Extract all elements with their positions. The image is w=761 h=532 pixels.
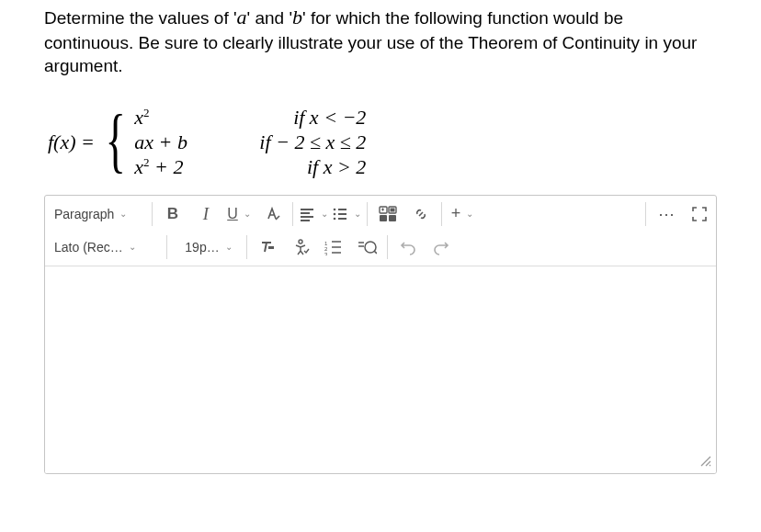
- redo-button[interactable]: [425, 232, 458, 262]
- font-family-select[interactable]: Lato (Rec… ⌄: [45, 232, 163, 262]
- accessibility-check-button[interactable]: [284, 232, 317, 262]
- divider: [387, 235, 388, 259]
- chevron-down-icon: ⌄: [129, 242, 136, 252]
- resize-handle-icon[interactable]: [699, 455, 712, 471]
- svg-point-1: [334, 213, 336, 216]
- chevron-down-icon: ⌄: [244, 209, 251, 219]
- divider: [166, 235, 167, 259]
- svg-point-0: [334, 209, 336, 211]
- list-button[interactable]: ⌄: [330, 199, 363, 229]
- cases: x2 if x < −2 ax + b if − 2 ≤ x ≤ 2 x2 + …: [134, 106, 366, 180]
- rich-text-editor: Paragraph ⌄ B I U ⌄ ⌄: [44, 195, 717, 474]
- chevron-down-icon: ⌄: [466, 209, 473, 219]
- underline-button[interactable]: U ⌄: [222, 199, 256, 229]
- undo-button[interactable]: [392, 232, 425, 262]
- q-pre: Determine the values of ': [44, 8, 237, 28]
- font-color-button[interactable]: [256, 199, 289, 229]
- chevron-down-icon: ⌄: [354, 209, 361, 219]
- expand-button[interactable]: [683, 199, 716, 229]
- block-style-label: Paragraph: [54, 207, 114, 221]
- editor-content[interactable]: [45, 266, 716, 473]
- q-b: b: [292, 6, 302, 28]
- case-row: x2 + 2 if x > 2: [134, 155, 366, 180]
- divider: [645, 202, 646, 226]
- divider: [246, 235, 247, 259]
- font-family-label: Lato (Rec…: [54, 240, 123, 255]
- italic-button[interactable]: I: [189, 199, 222, 229]
- divider: [441, 202, 442, 226]
- editor-toolbar: Paragraph ⌄ B I U ⌄ ⌄: [45, 196, 716, 266]
- case-expr: x2 + 2: [134, 155, 219, 179]
- divider: [367, 202, 368, 226]
- equation-lhs: f(x) =: [48, 130, 95, 154]
- q-a: a: [237, 6, 247, 28]
- divider: [152, 202, 153, 226]
- svg-text:3: 3: [324, 252, 328, 255]
- case-expr: x2: [134, 106, 219, 130]
- insert-button[interactable]: + ⌄: [446, 199, 479, 229]
- case-cond: if x < −2: [219, 106, 366, 130]
- case-expr: ax + b: [134, 130, 219, 154]
- chevron-down-icon: ⌄: [225, 242, 233, 252]
- equation-block: f(x) = { x2 if x < −2 ax + b if − 2 ≤ x …: [48, 106, 717, 180]
- svg-rect-7: [389, 215, 396, 221]
- case-cond: if − 2 ≤ x ≤ 2: [219, 130, 366, 154]
- svg-rect-5: [391, 208, 395, 211]
- case-cond: if x > 2: [219, 155, 366, 179]
- line-spacing-button[interactable]: 123: [317, 232, 350, 262]
- svg-point-2: [334, 218, 336, 221]
- brace-icon: {: [105, 113, 125, 168]
- equation-button[interactable]: [350, 232, 383, 262]
- case-row: x2 if x < −2: [134, 106, 366, 130]
- block-style-select[interactable]: Paragraph ⌄: [45, 199, 148, 229]
- question-text: Determine the values of 'a' and 'b' for …: [44, 4, 717, 78]
- clear-format-button[interactable]: [251, 232, 284, 262]
- case-row: ax + b if − 2 ≤ x ≤ 2: [134, 130, 366, 155]
- font-size-select[interactable]: 19p… ⌄: [171, 232, 243, 262]
- align-button[interactable]: ⌄: [297, 199, 330, 229]
- divider: [292, 202, 293, 226]
- more-button[interactable]: ⋯: [650, 199, 683, 229]
- media-button[interactable]: [371, 199, 404, 229]
- chevron-down-icon: ⌄: [321, 209, 328, 219]
- chevron-down-icon: ⌄: [119, 209, 127, 219]
- svg-point-8: [299, 240, 302, 243]
- font-size-label: 19p…: [185, 240, 219, 255]
- link-button[interactable]: [404, 199, 437, 229]
- q-mid1: ' and ': [247, 8, 293, 28]
- bold-button[interactable]: B: [156, 199, 189, 229]
- svg-rect-6: [380, 215, 387, 221]
